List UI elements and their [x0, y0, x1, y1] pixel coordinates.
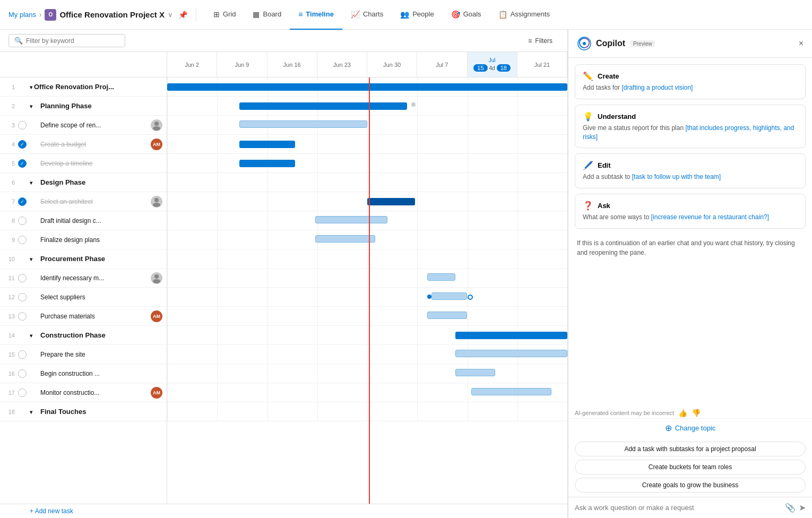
task-row[interactable]: 17Monitor constructio...AM: [0, 383, 167, 402]
copilot-input[interactable]: [575, 504, 781, 512]
gantt-bar[interactable]: [427, 273, 455, 281]
row-check[interactable]: [17, 159, 28, 168]
my-plans-link[interactable]: My plans: [8, 11, 36, 19]
grid-line: [167, 173, 168, 192]
gantt-bar[interactable]: [239, 102, 408, 110]
row-check[interactable]: [17, 236, 28, 244]
gantt-bar[interactable]: [315, 235, 375, 243]
task-row[interactable]: 11Identify necessary m...: [0, 269, 167, 288]
gantt-bar[interactable]: [455, 369, 495, 376]
send-button[interactable]: ➤: [799, 503, 806, 513]
copilot-card-ask[interactable]: ❓ Ask What are some ways to [increase re…: [575, 194, 806, 229]
gantt-bar[interactable]: [239, 141, 296, 148]
gantt-bar[interactable]: [239, 120, 367, 128]
task-row[interactable]: 4Create a budgetAM: [0, 135, 167, 154]
thumbs-up-button[interactable]: 👍: [678, 409, 687, 417]
task-row[interactable]: 9Finalize design plans: [0, 230, 167, 249]
expand-chevron[interactable]: ▾: [30, 103, 32, 109]
suggestion-chip-0[interactable]: Add a task with subtasks for a project p…: [575, 442, 806, 456]
gantt-bar[interactable]: [367, 198, 415, 205]
gantt-bar[interactable]: [455, 332, 567, 339]
add-task-row[interactable]: + Add new task: [0, 504, 567, 518]
check-circle-checked[interactable]: [18, 140, 27, 149]
attach-icon-button[interactable]: 📎: [785, 503, 796, 513]
gantt-bar[interactable]: [315, 216, 387, 223]
check-circle-empty[interactable]: [18, 312, 27, 321]
check-circle-empty[interactable]: [18, 121, 27, 130]
gantt-bar[interactable]: [411, 102, 416, 107]
gantt-row: [167, 154, 567, 173]
row-check[interactable]: [17, 312, 28, 321]
expand-chevron[interactable]: ▾: [30, 333, 32, 339]
task-row[interactable]: 2▾Planning Phase: [0, 97, 167, 116]
row-check[interactable]: [17, 293, 28, 301]
expand-chevron[interactable]: ▾: [30, 180, 32, 186]
task-row[interactable]: 14▾Construction Phase: [0, 326, 167, 345]
row-check[interactable]: [17, 369, 28, 378]
add-task-label[interactable]: + Add new task: [30, 507, 73, 515]
project-dropdown-chevron[interactable]: ∨: [168, 11, 173, 19]
task-row[interactable]: 1▾Office Renovation Proj...: [0, 77, 167, 97]
check-circle-empty[interactable]: [18, 350, 27, 359]
check-circle-empty[interactable]: [18, 217, 27, 225]
row-check[interactable]: [17, 350, 28, 359]
check-circle-checked[interactable]: [18, 159, 27, 168]
nav-tab-people[interactable]: 👥People: [392, 0, 442, 30]
check-circle-empty[interactable]: [18, 369, 27, 378]
task-row[interactable]: 7Select an architect: [0, 192, 167, 211]
copilot-panel: Copilot Preview × ✏️ Create Add tasks fo…: [568, 30, 812, 518]
nav-tab-goals[interactable]: 🎯Goals: [443, 0, 490, 30]
grid-line: [517, 249, 518, 268]
gantt-bar[interactable]: [427, 295, 431, 299]
thumbs-down-button[interactable]: 👎: [692, 409, 701, 417]
change-topic-button[interactable]: ⊕ Change topic: [568, 418, 812, 437]
expand-chevron[interactable]: ▾: [30, 84, 32, 90]
copilot-card-understand[interactable]: 💡 Understand Give me a status report for…: [575, 105, 806, 149]
row-check[interactable]: [17, 121, 28, 130]
gantt-bar[interactable]: [468, 295, 473, 300]
copilot-card-edit[interactable]: 🖊️ Edit Add a subtask to [task to follow…: [575, 153, 806, 188]
gantt-bar[interactable]: [167, 83, 567, 91]
expand-chevron[interactable]: ▾: [30, 409, 32, 415]
task-row[interactable]: 12Select suppliers: [0, 288, 167, 307]
expand-chevron[interactable]: ▾: [30, 256, 32, 262]
task-row[interactable]: 13Purchase materialsAM: [0, 307, 167, 326]
nav-tab-timeline[interactable]: ≡Timeline: [290, 0, 342, 30]
task-list-header-cell: [0, 52, 167, 77]
pin-icon[interactable]: 📌: [178, 11, 187, 19]
check-circle-empty[interactable]: [18, 274, 27, 282]
suggestion-chip-1[interactable]: Create buckets for team roles: [575, 460, 806, 474]
nav-tab-charts[interactable]: 📈Charts: [342, 0, 392, 30]
task-row[interactable]: 15Prepare the site: [0, 345, 167, 364]
filters-button[interactable]: ≡ Filters: [522, 35, 559, 47]
suggestion-chip-2[interactable]: Create goals to grow the business: [575, 478, 806, 493]
gantt-bar[interactable]: [431, 292, 468, 300]
check-circle-empty[interactable]: [18, 388, 27, 397]
row-check[interactable]: [17, 388, 28, 397]
task-row[interactable]: 6▾Design Phase: [0, 173, 167, 192]
row-check[interactable]: [17, 197, 28, 206]
nav-tab-board[interactable]: ▦Board: [244, 0, 290, 30]
nav-tab-grid[interactable]: ⊞Grid: [205, 0, 245, 30]
gantt-bar[interactable]: [455, 350, 567, 357]
copilot-card-create[interactable]: ✏️ Create Add tasks for [drafting a prod…: [575, 64, 806, 99]
task-row[interactable]: 8Draft initial design c...: [0, 211, 167, 230]
task-row[interactable]: 3Define scope of ren...: [0, 116, 167, 135]
gantt-bar[interactable]: [239, 160, 296, 167]
gantt-bar[interactable]: [427, 312, 467, 319]
task-row[interactable]: 10▾Procurement Phase: [0, 249, 167, 269]
row-check[interactable]: [17, 140, 28, 149]
row-check[interactable]: [17, 217, 28, 225]
search-input[interactable]: [26, 37, 111, 45]
gantt-bar[interactable]: [471, 388, 551, 395]
nav-tab-assignments[interactable]: 📋Assignments: [490, 0, 558, 30]
copilot-close-button[interactable]: ×: [799, 39, 804, 48]
check-circle-empty[interactable]: [18, 236, 27, 244]
check-circle-empty[interactable]: [18, 293, 27, 301]
task-row[interactable]: 5Develop a timeline: [0, 154, 167, 173]
grid-line: [167, 269, 168, 287]
row-check[interactable]: [17, 274, 28, 282]
check-circle-checked[interactable]: [18, 197, 27, 206]
task-row[interactable]: 18▾Final Touches: [0, 402, 167, 421]
task-row[interactable]: 16Begin construction ...: [0, 364, 167, 383]
